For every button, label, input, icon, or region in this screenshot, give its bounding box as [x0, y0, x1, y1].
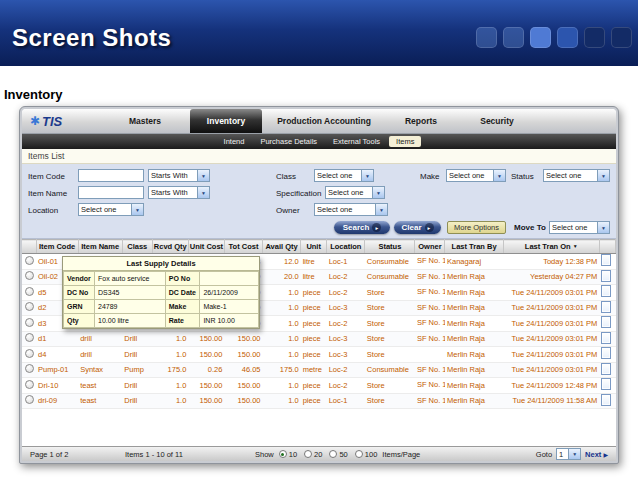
- cell-class: Pump: [122, 362, 152, 378]
- item-name-match-select[interactable]: Starts With ▼: [148, 186, 210, 199]
- document-icon[interactable]: [601, 301, 611, 313]
- cell-unit-cost: 150.00: [188, 393, 224, 409]
- more-options-button[interactable]: More Options: [447, 221, 506, 234]
- document-icon[interactable]: [601, 378, 611, 390]
- cell-status: Store: [365, 331, 415, 347]
- row-radio-button[interactable]: [25, 380, 34, 389]
- page-size-radio[interactable]: [329, 450, 337, 458]
- page-size-option-10[interactable]: 10: [279, 450, 297, 459]
- page-size-option-20[interactable]: 20: [304, 450, 322, 459]
- row-radio-button[interactable]: [25, 364, 34, 373]
- cell-avail-qty: 20.0: [263, 269, 301, 285]
- submenu-item-intend[interactable]: Intend: [217, 136, 252, 147]
- row-radio-button[interactable]: [25, 302, 34, 311]
- class-select[interactable]: Select one ▼: [314, 169, 374, 182]
- clear-button[interactable]: Clear ▸: [394, 221, 441, 234]
- page-size-radio[interactable]: [355, 450, 363, 458]
- menu-tab-inventory[interactable]: Inventory: [190, 109, 262, 133]
- column-header-select: [22, 240, 36, 254]
- location-select-value: Select one: [79, 205, 131, 214]
- row-radio-button[interactable]: [25, 318, 34, 327]
- column-header-last-tran-on[interactable]: Last Tran On▼: [503, 240, 599, 254]
- cell-avail-qty: 1.0: [263, 316, 301, 332]
- cell-last-tran-on: Tue 24/11/2009 03:01 PM: [503, 362, 599, 378]
- goto-select-value: 1: [557, 450, 568, 459]
- row-radio-button[interactable]: [25, 349, 34, 358]
- move-to-select[interactable]: Select one ▼: [549, 221, 610, 234]
- cell-location: Loc-2: [327, 285, 365, 301]
- column-header-unit[interactable]: Unit: [301, 240, 327, 254]
- submenu-item-items[interactable]: Items: [389, 136, 421, 147]
- status-select-value: Select one: [544, 171, 597, 180]
- page-size-radio[interactable]: [279, 450, 287, 458]
- cell-location: Loc-1: [327, 254, 365, 270]
- class-select-value: Select one: [315, 171, 361, 180]
- menu-tab-reports[interactable]: Reports: [386, 109, 456, 133]
- column-header-rcvd-qty[interactable]: Rcvd Qty: [152, 240, 188, 254]
- column-header-unit-cost[interactable]: Unit Cost: [188, 240, 224, 254]
- column-header-class[interactable]: Class: [122, 240, 152, 254]
- row-radio-button[interactable]: [25, 271, 34, 280]
- item-name-label: Item Name: [28, 189, 67, 198]
- column-header-last-tran-by[interactable]: Last Tran By: [445, 240, 503, 254]
- column-header-location[interactable]: Location: [327, 240, 365, 254]
- item-code-match-select[interactable]: Starts With ▼: [148, 169, 210, 182]
- row-doc-cell: [599, 269, 615, 285]
- next-page-link[interactable]: Next ▶: [585, 450, 608, 459]
- column-header-avail-qty[interactable]: Avail Qty: [263, 240, 301, 254]
- document-icon[interactable]: [601, 363, 611, 375]
- make-select[interactable]: Select one ▼: [446, 169, 506, 182]
- document-icon[interactable]: [601, 316, 611, 328]
- page-size-option-50[interactable]: 50: [329, 450, 347, 459]
- document-icon[interactable]: [601, 270, 611, 282]
- document-icon[interactable]: [601, 332, 611, 344]
- column-header-owner[interactable]: Owner: [415, 240, 445, 254]
- submenu-item-purchase-details[interactable]: Purchase Details: [253, 136, 324, 147]
- chevron-down-icon: ▼: [361, 170, 373, 181]
- tooltip-label: PO No: [165, 272, 200, 286]
- make-select-value: Select one: [447, 171, 493, 180]
- page-size-option-100[interactable]: 100: [355, 450, 378, 459]
- page-size-radio[interactable]: [304, 450, 312, 458]
- column-header-item-code[interactable]: Item Code: [36, 240, 78, 254]
- menu-tab-masters[interactable]: Masters: [100, 109, 190, 133]
- item-code-input[interactable]: [78, 169, 144, 182]
- row-radio-button[interactable]: [25, 287, 34, 296]
- row-radio-button[interactable]: [25, 256, 34, 265]
- menu-tab-production-accounting[interactable]: Production Accounting: [262, 109, 386, 133]
- specification-select[interactable]: Select one ▼: [325, 186, 385, 199]
- search-button[interactable]: Search ▸: [334, 221, 390, 234]
- cell-owner: SF No. 165/1: [415, 254, 445, 270]
- tooltip-value: DS345: [95, 286, 166, 300]
- class-label: Class: [276, 172, 296, 181]
- page-size-label: 20: [314, 450, 322, 459]
- cell-status: Store: [365, 378, 415, 394]
- goto-page-select[interactable]: 1 ▼: [556, 448, 581, 460]
- location-select[interactable]: Select one ▼: [78, 203, 144, 216]
- column-header-item-name[interactable]: Item Name: [78, 240, 122, 254]
- tooltip-label: GRN: [64, 300, 95, 314]
- status-select[interactable]: Select one ▼: [543, 169, 610, 182]
- cell-last-tran-on: Tue 24/11/2009 03:01 PM: [503, 331, 599, 347]
- row-radio-button[interactable]: [25, 333, 34, 342]
- menu-tab-security[interactable]: Security: [456, 109, 538, 133]
- column-header-tot-cost[interactable]: Tot Cost: [224, 240, 262, 254]
- cell-owner: [415, 347, 445, 363]
- submenu-item-external-tools[interactable]: External Tools: [326, 136, 387, 147]
- column-header-status[interactable]: Status: [365, 240, 415, 254]
- document-icon[interactable]: [601, 254, 611, 266]
- cell-item-name: drill: [78, 347, 122, 363]
- row-radio-button[interactable]: [25, 395, 34, 404]
- row-radio-cell: [22, 331, 36, 347]
- next-label: Next: [585, 450, 601, 459]
- owner-select[interactable]: Select one ▼: [314, 203, 388, 216]
- item-name-input[interactable]: [78, 186, 144, 199]
- chevron-down-icon: ▼: [375, 204, 387, 215]
- submenu-bar: IntendPurchase DetailsExternal ToolsItem…: [22, 134, 616, 149]
- tooltip-value: 26/11/2009: [200, 286, 259, 300]
- document-icon[interactable]: [601, 394, 611, 406]
- row-doc-cell: [599, 285, 615, 301]
- table-row: Dri-10teastDrill1.0150.00150.001.0pieceL…: [22, 378, 616, 394]
- document-icon[interactable]: [601, 285, 611, 297]
- document-icon[interactable]: [601, 347, 611, 359]
